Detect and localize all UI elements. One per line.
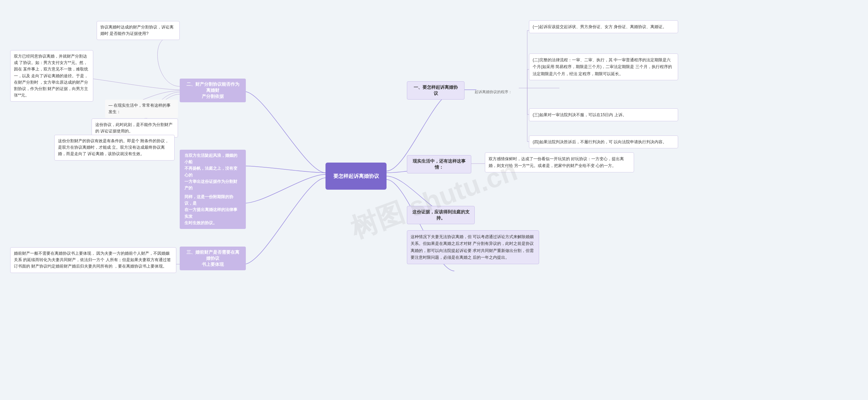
right-connectors [0, 0, 868, 400]
ltb6-text: 婚前财产一般不需要在离婚协议书上要体现， 因为夫妻一方的婚前个人财产，不因婚姻关… [14, 251, 171, 269]
right-node-2: 现实生活中，还有这样这事情： [407, 155, 471, 173]
right-large-text: 这种情况下夫妻无法协议离婚，但 可以考虑通过诉讼方式来解除婚姻 关系。但如果是在… [411, 234, 534, 260]
central-node: 要怎样起诉离婚协议 [326, 163, 387, 190]
ltb4-text: 这份协议，此时此刻，是不能作为分割财产的 诉讼证据使用的。 [95, 122, 173, 133]
right-procedure-4: (四)如果法院判决胜诉后，不履行判决的，可 以向法院申请执行判决内容。 [529, 135, 678, 148]
central-label: 要怎样起诉离婚协议 [333, 173, 379, 180]
left-node-1: 二、财产分割协议能否作为离婚财 产分割依据 [180, 79, 246, 102]
right-node-2-label: 现实生活中，还有这样这事情： [412, 158, 466, 170]
right-node-3-label: 这份证据，应该得到法庭的支持。 [412, 209, 470, 221]
mindmap-container: 要怎样起诉离婚协议 二、财产分割协议能否作为离婚财 产分割依据 当双方生活陡起风… [0, 0, 868, 400]
procedure-3-text: (三)如果对一审法院判决不服，可以在15日内 上诉。 [533, 112, 627, 117]
left-text-box-3: — 在现实生活中，常常有这样的事发生： [105, 100, 178, 118]
connectors-svg [0, 0, 868, 400]
right-node-1-label: 一、要怎样起诉离婚协议 [412, 84, 459, 97]
right-procedure-3: (三)如果对一审法院判决不服，可以在15日内 上诉。 [529, 108, 678, 121]
ltb5-text: 这份分割财产的协议有效是有条件的。即是个 附条件的协议，是双方在协议离婚时，才能… [58, 139, 169, 156]
left-node-3: 同样，这是一份附期限的协议，是 在一方提出离婚这样的法律事实发 生时生效的协议。 [180, 191, 246, 229]
right-procedure-2: (二)完整的法律流程：一审、二审、执行，其 中一审普通程序的法定期限是六个月(如… [529, 54, 678, 80]
procedure-2-text: (二)完整的法律流程：一审、二审、执行，其 中一审普通程序的法定期限是六个月(如… [533, 58, 672, 76]
ltb3-text: — 在现实生活中，常常有这样的事发生： [108, 103, 171, 114]
right-procedure-label: 起诉离婚协议的程序： [475, 89, 512, 94]
left-node-4-label: 三、婚前财产是否需要在离婚协议 书上要体现 [184, 249, 241, 268]
left-node-3-label: 同样，这是一份附期限的协议，是 在一方提出离婚这样的法律事实发 生时生效的协议。 [184, 194, 241, 226]
ltb2-text: 双方已经同意协议离婚，并就财产分割达成 了协议。如：男方支付女方**元。然，因在… [14, 54, 88, 98]
ltb1-text: 协议离婚时达成的财产分割协议，诉讼离婚时 是否能作为证据使用? [100, 25, 174, 36]
procedure-1-text: (一)起诉应该提交起诉状、男方身份证、女方 身份证、离婚协议、离婚证。 [533, 24, 667, 29]
procedure-label-text: 起诉离婚协议的程序： [475, 90, 512, 94]
right-text-box-large: 这种情况下夫妻无法协议离婚，但 可以考虑通过诉讼方式来解除婚姻 关系。但如果是在… [407, 230, 539, 264]
left-text-box-5: 这份分割财产的协议有效是有条件的。即是个 附条件的协议，是双方在协议离婚时，才能… [54, 135, 175, 161]
left-text-box-1: 协议离婚时达成的财产分割协议，诉讼离婚时 是否能作为证据使用? [97, 21, 180, 40]
left-text-box-6: 婚前财产一般不需要在离婚协议书上要体现， 因为夫妻一方的婚前个人财产，不因婚姻关… [10, 247, 176, 273]
procedure-4-text: (四)如果法院判决胜诉后，不履行判决的，可 以向法院申请执行判决内容。 [533, 140, 667, 144]
left-text-box-2: 双方已经同意协议离婚，并就财产分割达成 了协议。如：男方支付女方**元。然，因在… [10, 50, 93, 102]
right-node-1: 一、要怎样起诉离婚协议 [407, 81, 465, 100]
right-procedure-1: (一)起诉应该提交起诉状、男方身份证、女方 身份证、离婚协议、离婚证。 [529, 20, 678, 33]
right-text-box-2: 双方感情保鲜时，达成了一份看似一开玩笑的 好玩协议：一方变心，提出离婚，则支付给… [485, 152, 634, 172]
rtb2-text: 双方感情保鲜时，达成了一份看似一开玩笑的 好玩协议：一方变心，提出离婚，则支付给… [489, 156, 624, 168]
left-node-4: 三、婚前财产是否需要在离婚协议 书上要体现 [180, 247, 246, 270]
right-node-3: 这份证据，应该得到法庭的支持。 [407, 206, 475, 224]
left-node-1-label: 二、财产分割协议能否作为离婚财 产分割依据 [184, 81, 241, 100]
